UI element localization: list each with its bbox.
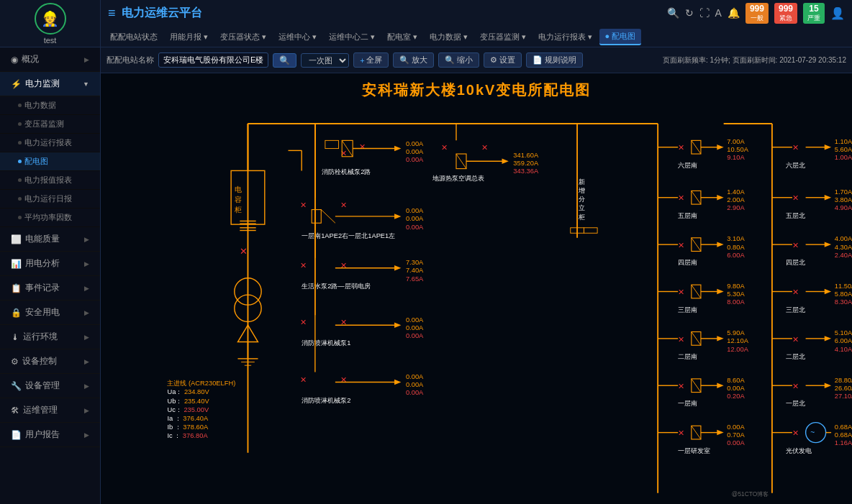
svg-text:✕: ✕ <box>441 143 448 152</box>
svg-marker-124 <box>717 242 723 247</box>
svg-marker-114 <box>717 195 723 200</box>
menu-icon[interactable]: ≡ <box>108 6 116 21</box>
sidebar-item-ops-mgmt[interactable]: 🛠运维管理 ▶ <box>0 398 100 423</box>
sidebar-item-power-monitor[interactable]: ⚡电力监测 ▼ <box>0 72 100 96</box>
svg-text:3.10A: 3.10A <box>727 235 745 242</box>
svg-text:2.40A: 2.40A <box>835 252 852 259</box>
svg-text:✕: ✕ <box>481 143 488 152</box>
svg-text:✕: ✕ <box>678 335 684 344</box>
svg-text:✕: ✕ <box>678 193 684 202</box>
svg-text:0.00A: 0.00A <box>406 215 424 222</box>
tab-yunxing[interactable]: 电力运行报表 ▾ <box>532 29 598 45</box>
logo-circle: 👷 <box>35 3 66 35</box>
font-icon[interactable]: A <box>715 7 722 19</box>
svg-text:地源热泵空调总表: 地源热泵空调总表 <box>432 175 484 182</box>
search-icon[interactable]: 🔍 <box>667 7 679 19</box>
svg-text:0.00A: 0.00A <box>406 332 424 339</box>
bell-icon[interactable]: 🔔 <box>728 7 740 19</box>
tab-peidiantu[interactable]: ● 配电图 <box>599 29 642 45</box>
svg-text:✕: ✕ <box>678 429 684 437</box>
svg-text:7.40A: 7.40A <box>406 267 424 274</box>
tab-bianyaqi[interactable]: 变压器状态 ▾ <box>214 29 272 45</box>
nav-tabs: 配配电站状态 用能月报 ▾ 变压器状态 ▾ 运维中心 ▾ 运维中心二 ▾ 配电室… <box>101 26 852 47</box>
badge-general[interactable]: 999 一般 <box>746 3 769 24</box>
sidebar-item-quality[interactable]: ⬜电能质量 ▶ <box>0 227 100 252</box>
sidebar-sub-item-daily[interactable]: 电力运行日报 <box>0 190 100 209</box>
sidebar-item-analysis[interactable]: 📊用电分析 ▶ <box>0 252 100 276</box>
svg-line-83 <box>456 154 466 169</box>
svg-text:一层南: 一层南 <box>678 400 697 407</box>
svg-text:新: 新 <box>579 178 585 185</box>
svg-rect-97 <box>584 228 597 233</box>
sidebar-item-events[interactable]: 📋事件记录 ▶ <box>0 276 100 301</box>
sidebar-item-overview[interactable]: ◉概况 ▶ <box>0 47 100 72</box>
svg-line-112 <box>692 191 701 204</box>
svg-marker-154 <box>717 383 723 388</box>
sidebar-item-device-mgmt[interactable]: 🔧设备管理 ▶ <box>0 374 100 398</box>
diagram-type-select[interactable]: 一次图 <box>301 53 349 68</box>
svg-text:✕: ✕ <box>678 382 684 390</box>
tab-peidianjian[interactable]: 配电室 ▾ <box>381 29 423 45</box>
svg-text:电: 电 <box>235 185 242 193</box>
svg-text:0.00A: 0.00A <box>406 381 424 388</box>
search-button[interactable]: 🔍 <box>273 53 296 68</box>
sidebar-sub-item-pf[interactable]: 平均功率因数 <box>0 209 100 227</box>
svg-text:9.10A: 9.10A <box>727 154 745 161</box>
svg-text:✕: ✕ <box>359 142 366 151</box>
svg-marker-74 <box>394 380 401 385</box>
sidebar-item-environment[interactable]: 🌡运行环境 ▶ <box>0 325 100 349</box>
tab-yunwei2[interactable]: 运维中心二 ▾ <box>323 29 381 45</box>
settings-button[interactable]: ⚙ 设置 <box>484 52 522 68</box>
sidebar-sub-item-transformer[interactable]: 变压器监测 <box>0 115 100 134</box>
svg-text:✕: ✕ <box>792 382 799 390</box>
svg-text:1.10A: 1.10A <box>835 138 852 145</box>
badge-urgent[interactable]: 999 紧急 <box>774 3 797 24</box>
refresh-icon[interactable]: ↻ <box>685 7 694 19</box>
svg-text:✕: ✕ <box>792 143 799 152</box>
svg-line-102 <box>692 140 701 154</box>
svg-text:容: 容 <box>235 196 242 203</box>
tab-peidianzhan[interactable]: 配配电站状态 <box>104 29 163 45</box>
sidebar-item-safety[interactable]: 🔒安全用电 ▶ <box>0 301 100 325</box>
svg-text:5.10A: 5.10A <box>835 329 852 336</box>
svg-text:✕: ✕ <box>678 241 684 249</box>
svg-text:二层南: 二层南 <box>678 353 697 360</box>
svg-text:341.60A: 341.60A <box>513 152 539 159</box>
tab-bianyaqi2[interactable]: 变压器监测 ▾ <box>474 29 532 45</box>
tab-yunwei[interactable]: 运维中心 ▾ <box>273 29 322 45</box>
tab-yongneng[interactable]: 用能月报 ▾ <box>164 29 214 45</box>
sidebar-sub-item-report[interactable]: 电力运行报表 <box>0 134 100 152</box>
sidebar-sub-item-power-data[interactable]: 电力数据 <box>0 96 100 115</box>
svg-text:消防喷淋机械泵1: 消防喷淋机械泵1 <box>302 339 350 347</box>
zoom-in-button[interactable]: 🔍 放大 <box>393 52 434 68</box>
svg-text:增: 增 <box>578 187 585 194</box>
svg-text:分: 分 <box>579 196 585 203</box>
svg-text:28.80A: 28.80A <box>835 377 852 384</box>
svg-text:0.00A: 0.00A <box>727 385 745 392</box>
svg-text:4.10A: 4.10A <box>835 346 852 353</box>
tab-dianli[interactable]: 电力数据 ▾ <box>424 29 473 45</box>
sidebar-item-device-ctrl[interactable]: ⚙设备控制 ▶ <box>0 349 100 374</box>
svg-text:✕: ✕ <box>300 201 307 209</box>
sidebar-sub-item-diagram[interactable]: 配电图 <box>0 152 100 171</box>
station-name: 安科瑞电气股份有限公司E楼 <box>158 52 268 68</box>
svg-text:✕: ✕ <box>792 193 799 202</box>
svg-text:立: 立 <box>579 204 585 211</box>
manual-button[interactable]: 📄 规则说明 <box>526 52 583 68</box>
fullscreen-button[interactable]: + 全屏 <box>353 52 388 68</box>
svg-text:11.50A: 11.50A <box>835 283 852 290</box>
sidebar-item-user-report[interactable]: 📄用户报告 ▶ <box>0 423 100 447</box>
sidebar-sub-item-report2[interactable]: 电力报值报表 <box>0 171 100 190</box>
svg-text:光伏发电: 光伏发电 <box>786 447 812 454</box>
zoom-out-button[interactable]: 🔍 缩小 <box>438 52 479 68</box>
svg-text:6.00A: 6.00A <box>835 337 852 344</box>
svg-text:✕: ✕ <box>340 201 347 209</box>
badge-severe[interactable]: 15 严重 <box>803 3 825 24</box>
svg-text:7.30A: 7.30A <box>406 259 424 266</box>
svg-rect-44 <box>312 210 321 224</box>
svg-text:✕: ✕ <box>300 375 307 384</box>
svg-text:3.80A: 3.80A <box>835 196 852 203</box>
user-icon[interactable]: 👤 <box>830 6 845 20</box>
fullscreen-icon[interactable]: ⛶ <box>699 7 710 19</box>
svg-text:8.00A: 8.00A <box>727 298 745 306</box>
